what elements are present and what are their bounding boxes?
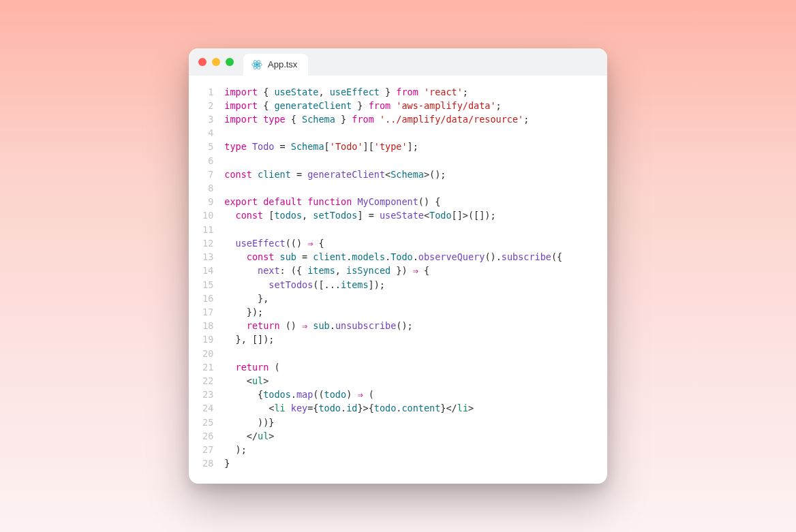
code-line: return () ⇒ sub.unsubscribe(); — [224, 320, 412, 331]
code-line: next: ({ items, isSynced }) ⇒ { — [224, 265, 429, 276]
code-line: import { useState, useEffect } from 'rea… — [224, 87, 468, 97]
code-editor[interactable]: 1 2 3 4 5 6 7 8 9 10 11 12 13 14 15 16 1… — [189, 76, 607, 484]
code-line: {todos.map((todo) ⇒ ( — [224, 389, 374, 400]
code-content: import { useState, useEffect } from 'rea… — [224, 85, 576, 471]
code-line: </ul> — [224, 431, 274, 441]
line-gutter: 1 2 3 4 5 6 7 8 9 10 11 12 13 14 15 16 1… — [189, 85, 224, 471]
minimize-icon[interactable] — [212, 58, 220, 66]
close-icon[interactable] — [198, 58, 206, 66]
code-line: }); — [224, 307, 263, 317]
tab-filename: App.tsx — [268, 59, 297, 69]
code-line: type Todo = Schema['Todo']['type']; — [224, 141, 418, 152]
code-line: const sub = client.models.Todo.observeQu… — [224, 251, 562, 262]
code-line: setTodos([...items]); — [224, 279, 385, 290]
code-line: import type { Schema } from '../amplify/… — [224, 114, 529, 125]
zoom-icon[interactable] — [226, 58, 234, 66]
editor-window: App.tsx 1 2 3 4 5 6 7 8 9 10 11 12 13 14… — [189, 48, 607, 484]
code-line: } — [224, 458, 230, 469]
code-line: }, — [224, 293, 269, 304]
react-icon — [251, 59, 262, 70]
code-line: const [todos, setTodos] = useState<Todo[… — [224, 210, 495, 221]
code-line: useEffect(() ⇒ { — [224, 238, 324, 249]
code-line: ); — [224, 444, 247, 455]
titlebar: App.tsx — [189, 48, 607, 76]
code-line: export default function MyComponent() { — [224, 196, 440, 207]
tab-app-tsx[interactable]: App.tsx — [243, 54, 308, 76]
code-line: const client = generateClient<Schema>(); — [224, 169, 446, 180]
code-line: return ( — [224, 362, 279, 373]
code-line: <li key={todo.id}>{todo.content}</li> — [224, 403, 474, 413]
svg-point-0 — [256, 63, 258, 65]
code-line: }, []); — [224, 334, 274, 345]
code-line: <ul> — [224, 375, 269, 386]
traffic-lights — [198, 58, 234, 66]
code-line: ))} — [224, 417, 274, 428]
code-line: import { generateClient } from 'aws-ampl… — [224, 100, 501, 111]
